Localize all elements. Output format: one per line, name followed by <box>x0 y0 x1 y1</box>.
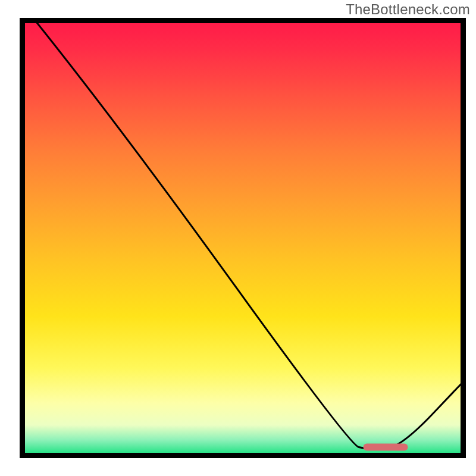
chart-container: TheBottleneck.com <box>0 0 476 476</box>
plot-area <box>23 18 466 456</box>
chart-svg <box>0 0 476 476</box>
highlight-marker <box>364 444 408 451</box>
gradient-background <box>23 21 464 456</box>
watermark-text: TheBottleneck.com <box>346 1 470 18</box>
